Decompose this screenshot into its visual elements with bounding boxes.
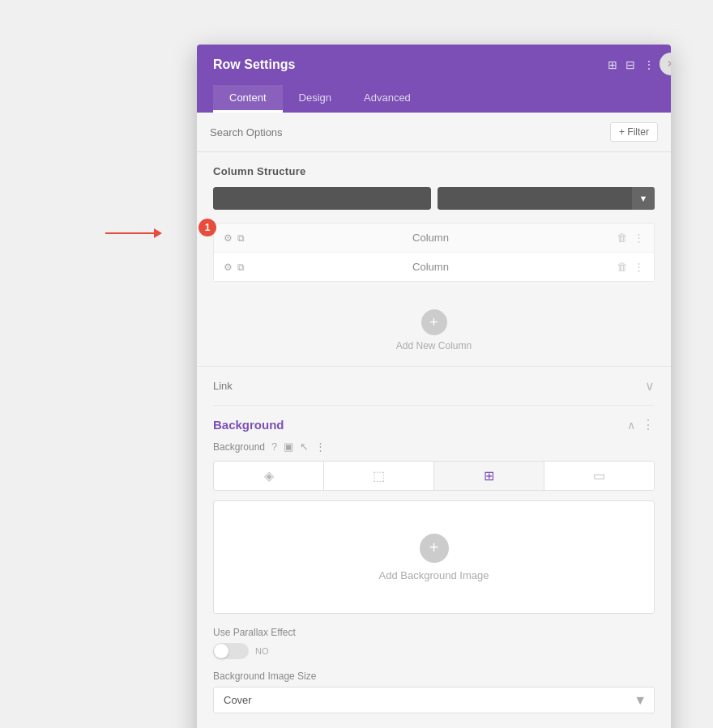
column-actions-1: 🗑 ⋮ [617,232,644,244]
background-section-title: Background [213,418,284,432]
modal-header: Row Settings ⊞ ⊟ ⋮ [197,45,671,85]
page-background: 1 ✕ Row Settings ⊞ ⊟ ⋮ Content Design Ad… [0,0,713,728]
column-bar-2: ▼ [438,187,655,210]
column-row-icons-1: ⚙ ⧉ [224,232,245,244]
background-cursor-icon[interactable]: ↖ [300,441,309,453]
parallax-field: Use Parallax Effect NO [213,627,655,659]
modal-tabs: Content Design Advanced [197,85,671,113]
row-settings-modal: ✕ Row Settings ⊞ ⊟ ⋮ Content Design Adva… [197,45,671,728]
toggle-knob [214,644,228,658]
column-structure-title: Column Structure [213,165,655,177]
bg-type-video[interactable]: ▭ [544,462,654,490]
more-options-icon[interactable]: ⋮ [643,58,655,71]
link-chevron-icon: ∨ [645,378,655,394]
column-bar-fill-1 [213,187,431,210]
background-header: Background ∧ ⋮ [213,405,655,441]
arrow-line [105,232,154,234]
link-section[interactable]: Link ∨ [197,366,671,405]
add-column-circle: + [421,309,447,335]
search-input[interactable] [210,126,372,138]
bg-type-color[interactable]: ◈ [214,462,324,490]
fullscreen-icon[interactable]: ⊞ [608,58,617,71]
background-more-icon[interactable]: ⋮ [642,417,655,432]
background-header-right: ∧ ⋮ [627,417,655,432]
step-badge: 1 [199,219,216,236]
parallax-toggle-wrap: NO [213,643,655,659]
modal-title: Row Settings [213,57,295,72]
tab-design[interactable]: Design [283,85,348,113]
bg-image-size-label: Background Image Size [213,671,655,682]
column-structure-section: Column Structure ▼ [197,152,671,366]
tab-content[interactable]: Content [213,85,283,113]
image-type-icon: ⊞ [484,468,494,483]
column-row-2: ⚙ ⧉ Column 🗑 ⋮ [214,253,654,281]
parallax-label: Use Parallax Effect [213,627,655,638]
bg-image-size-select[interactable]: Cover [213,687,655,713]
column-row-icons-2: ⚙ ⧉ [224,262,245,273]
background-section: Background ∧ ⋮ Background ? ▣ ↖ ⋮ [197,405,671,728]
modal-body: + Filter Column Structure ▼ [197,113,671,728]
parallax-toggle-label: NO [255,646,269,656]
arrow-head [154,228,162,238]
background-help-icon[interactable]: ? [271,441,277,453]
gradient-type-icon: ⬚ [373,468,385,483]
color-type-icon: ◈ [264,468,274,483]
tab-advanced[interactable]: Advanced [348,85,427,113]
bg-type-image[interactable]: ⊞ [434,462,544,490]
column-bar-fill-2 [438,187,655,210]
modal-header-icons: ⊞ ⊟ ⋮ [608,58,655,71]
parallax-toggle[interactable] [213,643,249,659]
column-label-1: Column [245,232,617,244]
background-sub-row: Background ? ▣ ↖ ⋮ [213,441,655,453]
add-image-circle: + [420,534,449,563]
search-bar: + Filter [197,113,671,152]
bg-image-size-select-wrap: Cover ▼ [213,687,655,713]
split-icon[interactable]: ⊟ [625,58,635,71]
add-new-column-button[interactable]: + Add New Column [213,295,655,366]
image-drop-area[interactable]: + Add Background Image [213,500,655,614]
background-dots-icon[interactable]: ⋮ [315,441,326,453]
filter-button[interactable]: + Filter [610,122,658,142]
video-type-icon: ▭ [593,468,605,483]
column-rows-container: ⚙ ⧉ Column 🗑 ⋮ ⚙ ⧉ [213,223,655,282]
arrow-indicator [105,228,162,238]
settings-icon-2[interactable]: ⚙ [224,262,233,273]
bg-type-gradient[interactable]: ⬚ [324,462,434,490]
background-sub-label: Background [213,441,265,453]
dropdown-arrow-icon: ▼ [639,194,648,203]
column-actions-2: 🗑 ⋮ [617,261,644,273]
link-section-title: Link [213,380,233,392]
column-label-2: Column [245,261,617,273]
bg-image-size-field: Background Image Size Cover ▼ [213,671,655,713]
add-image-label: Add Background Image [379,569,489,581]
duplicate-icon-2[interactable]: ⧉ [237,262,245,273]
background-chevron-icon[interactable]: ∧ [627,419,635,432]
settings-icon-1[interactable]: ⚙ [224,232,233,244]
more-icon-1[interactable]: ⋮ [634,232,644,244]
delete-icon-2[interactable]: 🗑 [617,261,627,273]
column-row: ⚙ ⧉ Column 🗑 ⋮ [214,224,654,253]
column-structure-bars: ▼ [213,187,655,210]
column-bar-1 [213,187,431,210]
delete-icon-1[interactable]: 🗑 [617,232,627,244]
column-select-arrow[interactable]: ▼ [632,187,655,210]
background-edit-icon[interactable]: ▣ [284,441,293,453]
add-column-label: Add New Column [396,340,472,351]
duplicate-icon-1[interactable]: ⧉ [237,232,245,244]
background-type-tabs: ◈ ⬚ ⊞ ▭ [213,461,655,491]
more-icon-2[interactable]: ⋮ [634,261,644,273]
